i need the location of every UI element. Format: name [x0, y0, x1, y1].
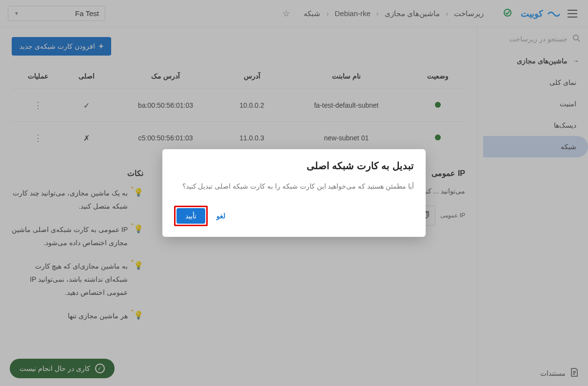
modal-title: تبدیل به کارت شبکه اصلی: [174, 160, 414, 172]
modal-overlay[interactable]: تبدیل به کارت شبکه اصلی آیا مطمئن هستید …: [0, 0, 588, 386]
cancel-button[interactable]: لغو: [216, 212, 225, 220]
confirm-modal: تبدیل به کارت شبکه اصلی آیا مطمئن هستید …: [162, 149, 426, 236]
confirm-button[interactable]: تأیید: [176, 208, 205, 224]
highlight-annotation: تأیید: [174, 206, 208, 226]
modal-message: آیا مطمئن هستید که می‌خواهید این کارت شب…: [174, 180, 414, 193]
